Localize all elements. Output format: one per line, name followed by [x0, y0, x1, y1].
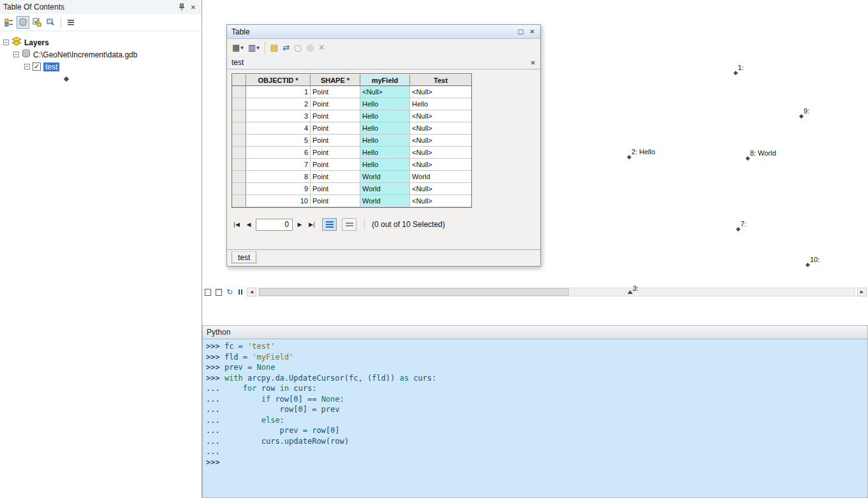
last-record-button[interactable]: ▶| — [307, 219, 317, 230]
close-icon[interactable]: ✕ — [527, 27, 538, 36]
row-selector[interactable] — [232, 183, 246, 195]
table-cell[interactable]: 10 — [246, 195, 311, 207]
table-cell[interactable]: Point — [311, 86, 360, 98]
table-row[interactable]: 6PointHello<Null> — [232, 147, 471, 159]
table-cell[interactable]: Point — [311, 110, 360, 122]
column-header-test[interactable]: Test — [410, 74, 471, 86]
table-cell[interactable]: Point — [311, 171, 360, 183]
prev-record-button[interactable]: ◀ — [244, 219, 254, 230]
pause-drawing-icon[interactable] — [236, 288, 245, 297]
row-selector[interactable] — [232, 110, 246, 122]
close-icon[interactable]: ✕ — [188, 3, 198, 12]
tab-close-icon[interactable]: ✕ — [531, 59, 536, 66]
table-cell[interactable]: Hello — [360, 135, 410, 147]
show-all-records-button[interactable] — [322, 218, 337, 231]
show-selected-records-button[interactable] — [342, 218, 357, 231]
table-cell[interactable]: <Null> — [410, 122, 471, 135]
clear-selection-button[interactable]: ▢ — [292, 41, 304, 55]
table-cell[interactable]: 4 — [246, 122, 311, 135]
first-record-button[interactable]: |◀ — [232, 219, 242, 230]
scroll-right-icon[interactable]: ▶ — [857, 288, 867, 297]
table-row[interactable]: 7PointHello<Null> — [232, 159, 471, 171]
list-by-selection-icon[interactable] — [45, 16, 57, 29]
table-cell[interactable]: Hello — [360, 159, 410, 171]
table-cell[interactable]: <Null> — [410, 135, 471, 147]
table-cell[interactable]: 7 — [246, 159, 311, 171]
table-row[interactable]: 4PointHello<Null> — [232, 122, 471, 135]
table-row[interactable]: 8PointWorldWorld — [232, 171, 471, 183]
tree-row-layer-test[interactable]: − ✓ test — [0, 61, 202, 73]
list-by-source-icon[interactable] — [17, 16, 29, 29]
table-cell[interactable]: <Null> — [410, 159, 471, 171]
maximize-icon[interactable]: □ — [515, 27, 526, 36]
layer-symbol-row[interactable] — [0, 73, 202, 85]
python-window-titlebar[interactable]: Python — [203, 326, 867, 339]
table-cell[interactable]: Point — [311, 147, 360, 159]
table-cell[interactable]: World — [360, 171, 410, 183]
table-row[interactable]: 1Point<Null><Null> — [232, 86, 471, 98]
table-row[interactable]: 10PointWorld<Null> — [232, 195, 471, 207]
row-selector[interactable] — [232, 195, 246, 207]
table-row[interactable]: 3PointHello<Null> — [232, 110, 471, 122]
column-header-shape[interactable]: SHAPE * — [311, 74, 360, 86]
table-cell[interactable]: Hello — [360, 147, 410, 159]
scroll-left-icon[interactable]: ◀ — [247, 288, 256, 297]
layout-view-icon[interactable] — [214, 288, 223, 297]
refresh-icon[interactable]: ↻ — [225, 288, 234, 297]
column-header-objectid[interactable]: OBJECTID * — [246, 74, 311, 86]
table-cell[interactable]: Hello — [410, 98, 471, 110]
switch-selection-button[interactable]: ⇄ — [281, 41, 291, 55]
table-options-button[interactable]: ▦▼ — [230, 41, 246, 55]
table-cell[interactable]: World — [360, 183, 410, 195]
python-console[interactable]: >>> fc = 'test'>>> fld = 'myField'>>> pr… — [203, 339, 867, 497]
table-row[interactable]: 2PointHelloHello — [232, 98, 471, 110]
row-selector[interactable] — [232, 98, 246, 110]
table-cell[interactable]: Point — [311, 195, 360, 207]
delete-selected-button[interactable]: ✕ — [316, 41, 327, 55]
table-cell[interactable]: 5 — [246, 135, 311, 147]
table-cell[interactable]: Point — [311, 98, 360, 110]
tree-row-layers[interactable]: − Layers — [0, 36, 202, 48]
row-selector[interactable] — [232, 171, 246, 183]
table-cell[interactable]: Hello — [360, 122, 410, 135]
table-row[interactable]: 9PointWorld<Null> — [232, 183, 471, 195]
collapse-icon[interactable]: − — [13, 52, 19, 57]
row-selector[interactable] — [232, 86, 246, 98]
table-row[interactable]: 5PointHello<Null> — [232, 135, 471, 147]
column-header-myfield[interactable]: myField — [360, 74, 410, 86]
table-cell[interactable]: 6 — [246, 147, 311, 159]
list-by-visibility-icon[interactable] — [31, 16, 43, 29]
table-tab[interactable]: test — [232, 58, 531, 67]
table-cell[interactable]: <Null> — [410, 183, 471, 195]
table-cell[interactable]: Point — [311, 183, 360, 195]
table-cell[interactable]: 1 — [246, 86, 311, 98]
table-cell[interactable]: World — [360, 195, 410, 207]
table-cell[interactable]: <Null> — [410, 147, 471, 159]
scrollbar-thumb[interactable] — [259, 288, 569, 296]
table-cell[interactable]: 8 — [246, 171, 311, 183]
horizontal-scrollbar[interactable] — [258, 288, 855, 297]
table-cell[interactable]: Point — [311, 122, 360, 135]
table-cell[interactable]: World — [410, 171, 471, 183]
row-selector[interactable] — [232, 135, 246, 147]
table-cell[interactable]: <Null> — [410, 195, 471, 207]
next-record-button[interactable]: ▶ — [295, 219, 305, 230]
zoom-to-selected-button[interactable]: ◎ — [304, 41, 315, 55]
table-cell[interactable]: Hello — [360, 110, 410, 122]
row-selector[interactable] — [232, 147, 246, 159]
table-cell[interactable]: 3 — [246, 110, 311, 122]
tree-row-geodatabase[interactable]: − C:\GeoNet\Increment\data.gdb — [0, 48, 202, 61]
table-cell[interactable]: Hello — [360, 98, 410, 110]
list-by-drawing-order-icon[interactable] — [3, 16, 15, 29]
pin-icon[interactable] — [177, 3, 187, 12]
options-icon[interactable] — [64, 16, 77, 29]
data-view-icon[interactable] — [203, 288, 212, 297]
row-selector[interactable] — [232, 122, 246, 135]
collapse-icon[interactable]: − — [24, 64, 30, 70]
table-cell[interactable]: <Null> — [410, 86, 471, 98]
related-tables-button[interactable]: ▥▼ — [246, 41, 261, 55]
select-by-attributes-button[interactable]: ▤ — [268, 41, 280, 55]
table-cell[interactable]: Point — [311, 159, 360, 171]
table-cell[interactable]: Point — [311, 135, 360, 147]
table-cell[interactable]: 2 — [246, 98, 311, 110]
